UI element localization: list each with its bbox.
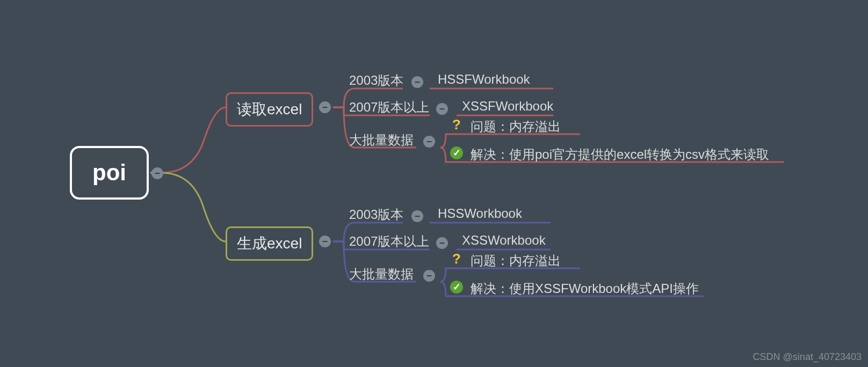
watermark: CSDN @sinat_40723403 [753, 351, 862, 363]
branch-write-label: 生成excel [237, 235, 302, 252]
write-2007-label: 2007版本以上 [349, 233, 429, 250]
read-2003-label: 2003版本 [349, 72, 403, 89]
write-bulk-label: 大批量数据 [349, 266, 414, 283]
write-2007-workbook: XSSWorkbook [462, 233, 546, 248]
check-icon [450, 146, 463, 159]
write-2003-label: 2003版本 [349, 206, 403, 223]
question-icon [450, 118, 463, 131]
collapse-icon[interactable] [423, 136, 435, 148]
collapse-icon[interactable] [411, 210, 423, 222]
question-icon [450, 252, 463, 265]
check-icon [450, 281, 463, 293]
collapse-icon[interactable] [151, 167, 163, 179]
branch-read[interactable]: 读取excel [226, 92, 313, 127]
collapse-icon[interactable] [319, 236, 331, 247]
write-2003-workbook: HSSWorkbook [438, 206, 522, 221]
root-node[interactable]: poi [70, 146, 149, 200]
write-bulk-solution: 解决：使用XSSFWorkbook模式API操作 [471, 280, 699, 297]
read-bulk-label: 大批量数据 [349, 131, 414, 149]
collapse-icon[interactable] [319, 101, 331, 113]
read-2003-workbook: HSSFWorkbook [438, 72, 530, 87]
collapse-icon[interactable] [423, 270, 435, 282]
write-bulk-problem: 问题：内存溢出 [471, 252, 561, 269]
collapse-icon[interactable] [411, 76, 423, 88]
read-bulk-problem: 问题：内存溢出 [471, 118, 561, 135]
read-2007-label: 2007版本以上 [349, 99, 429, 116]
collapse-icon[interactable] [436, 237, 448, 249]
root-label: poi [92, 160, 126, 185]
branch-read-label: 读取excel [237, 101, 302, 118]
read-2007-workbook: XSSFWorkbook [462, 99, 553, 114]
read-bulk-solution: 解决：使用poi官方提供的excel转换为csv格式来读取 [471, 146, 769, 163]
collapse-icon[interactable] [436, 103, 448, 115]
branch-write[interactable]: 生成excel [226, 226, 313, 261]
